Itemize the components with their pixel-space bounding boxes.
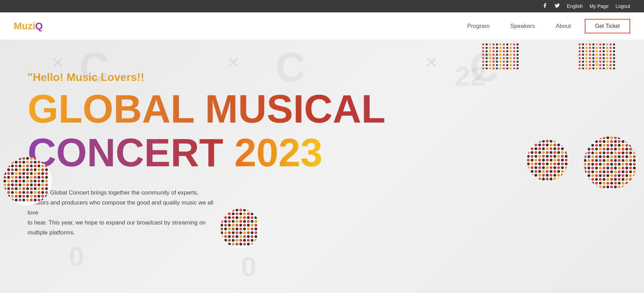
concert-text: CONCERT — [28, 130, 235, 175]
nav-speakers[interactable]: Speakers — [510, 23, 535, 30]
dot-circle-left-canvas — [3, 157, 52, 205]
dot-circle-right2-canvas — [527, 140, 568, 181]
logout-link[interactable]: Logout — [615, 3, 630, 9]
top-bar: English My Page Logout — [0, 0, 644, 12]
title-line1: GLOBAL MUSICAL — [28, 87, 616, 131]
twitter-icon[interactable] — [554, 3, 560, 10]
hello-text: "Hello! Music Lovers!! — [28, 71, 616, 84]
nav-program[interactable]: Program — [467, 23, 490, 30]
dot-grid-top-right1 — [482, 43, 520, 69]
nav-about[interactable]: About — [556, 23, 571, 30]
dot-circle-mid-canvas — [220, 209, 260, 248]
bg-x3: × — [425, 50, 437, 74]
language-link[interactable]: English — [567, 3, 583, 9]
year-text: 2023 — [235, 130, 323, 175]
navbar: MuziQ Program Speakers About Get Ticket — [0, 12, 644, 40]
facebook-icon[interactable] — [542, 3, 548, 10]
nav-links: Program Speakers About — [467, 23, 571, 30]
bg-x2: × — [227, 50, 239, 74]
dot-grid-top-right2 — [579, 43, 616, 69]
bg-x1: × — [52, 50, 64, 74]
logo[interactable]: MuziQ — [14, 21, 43, 32]
dot-circle-right-canvas — [584, 136, 637, 190]
description: MuziQ's Global Concert brings together t… — [28, 188, 220, 238]
hero-section: C C C × × × × 0 0 22 // Generated in the… — [0, 40, 644, 293]
my-page-link[interactable]: My Page — [590, 3, 609, 9]
get-ticket-button[interactable]: Get Ticket — [585, 19, 630, 33]
bg-zero1: 0 — [69, 241, 84, 272]
bg-zero2: 0 — [241, 251, 257, 283]
